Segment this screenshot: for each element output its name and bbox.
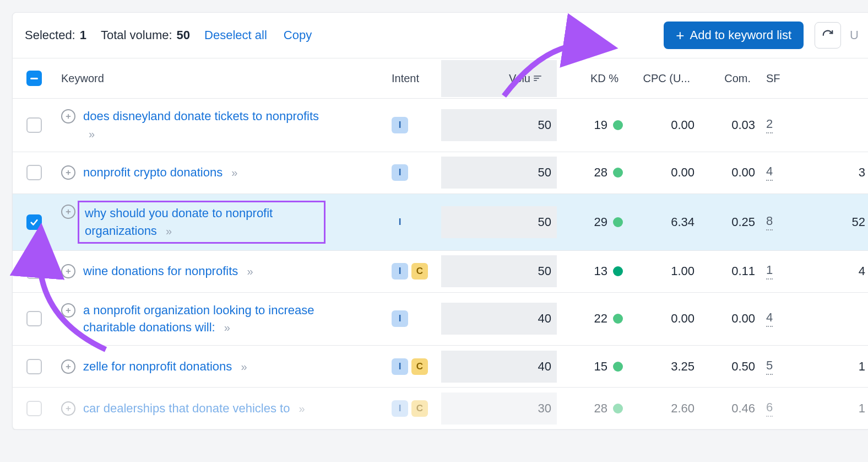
cell-sf[interactable]: 8 [766,214,773,230]
cell-cpc: 3.25 [628,351,700,383]
kd-difficulty-dot [613,120,623,130]
cell-com: 0.00 [700,303,761,335]
cell-sf[interactable]: 1 [766,263,773,280]
intent-badge: I [392,400,408,417]
cell-sf[interactable]: 6 [766,400,773,417]
cell-sf[interactable]: 4 [766,164,773,181]
cell-kd: 15 [557,351,628,383]
toolbar: Selected: 1 Total volume: 50 Deselect al… [13,13,868,58]
keyword-link[interactable]: zelle for nonprofit donations » [83,358,247,375]
keyword-link[interactable]: a nonprofit organization looking to incr… [83,302,331,337]
expand-icon[interactable] [61,359,75,374]
expand-icon[interactable] [61,165,75,180]
chevrons-icon: » [224,320,230,336]
intent-badge: C [411,263,428,280]
row-checkbox[interactable] [26,214,42,230]
refresh-button[interactable] [815,22,841,49]
cell-trailing: 4 [799,255,868,287]
cell-cpc: 0.00 [628,157,700,189]
chevrons-icon: » [299,401,305,417]
cell-com: 0.11 [700,255,761,287]
copy-link[interactable]: Copy [284,28,312,42]
keyword-link[interactable]: wine donations for nonprofits » [83,262,253,280]
deselect-all-link[interactable]: Deselect all [204,28,267,42]
intent-badge: I [392,214,408,230]
chevrons-icon: » [241,359,247,375]
kd-difficulty-dot [613,404,623,413]
column-kd[interactable]: KD % [557,60,628,97]
cell-kd: 28 [557,393,628,425]
column-volume[interactable]: Volu [441,60,557,97]
table-row: why should you donate to nonprofit organ… [13,194,868,251]
cell-kd: 29 [557,206,628,238]
cell-volume: 40 [441,303,557,335]
intent-badge: C [411,358,428,375]
row-checkbox[interactable] [26,401,42,416]
cell-volume: 40 [441,351,557,383]
expand-icon[interactable] [61,205,75,219]
keyword-link[interactable]: nonprofit crypto donations » [83,164,237,181]
row-checkbox[interactable] [26,117,42,133]
cell-trailing [799,310,868,327]
intent-badge: I [392,164,408,181]
column-keyword[interactable]: Keyword [56,60,386,97]
cell-kd: 28 [557,157,628,189]
cell-trailing: 52 [799,206,868,238]
row-checkbox[interactable] [26,359,42,374]
kd-difficulty-dot [613,217,623,227]
chevrons-icon: » [89,126,95,142]
intent-badge: I [392,310,408,327]
table-body: does disneyland donate tickets to nonpro… [13,99,868,429]
intent-badge: I [392,358,408,375]
cell-cpc: 1.00 [628,255,700,287]
table-row: does disneyland donate tickets to nonpro… [13,99,868,152]
cell-sf[interactable]: 4 [766,310,773,327]
row-checkbox[interactable] [26,311,42,326]
kd-difficulty-dot [613,362,623,372]
column-sf[interactable]: SF [761,60,799,97]
cell-kd: 19 [557,109,628,141]
row-checkbox[interactable] [26,165,42,180]
cell-sf[interactable]: 2 [766,117,773,133]
cell-com: 0.03 [700,109,761,141]
sort-desc-icon [534,76,541,81]
cell-com: 0.00 [700,157,761,189]
cell-volume: 30 [441,393,557,425]
cell-volume: 50 [441,206,557,238]
column-cpc[interactable]: CPC (U... [628,60,700,97]
expand-icon[interactable] [61,264,75,278]
add-to-keyword-list-button[interactable]: + Add to keyword list [664,22,804,49]
cell-com: 0.50 [700,351,761,383]
table-row: car dealerships that donate vehicles to … [13,388,868,429]
table-row: wine donations for nonprofits »IC50131.0… [13,251,868,293]
total-volume-value: 50 [177,28,190,42]
cell-cpc: 6.34 [628,206,700,238]
table-row: zelle for nonprofit donations »IC40153.2… [13,346,868,388]
cell-trailing: 1 [799,393,868,425]
expand-icon[interactable] [61,109,75,123]
column-intent[interactable]: Intent [386,60,441,97]
keyword-link[interactable]: does disneyland donate tickets to nonpro… [83,108,331,143]
keyword-link[interactable]: why should you donate to nonprofit organ… [78,201,326,244]
cell-trailing [799,116,868,134]
chevrons-icon: » [247,264,253,280]
plus-icon: + [676,28,684,42]
select-all-checkbox[interactable] [26,71,42,86]
cell-sf[interactable]: 5 [766,358,773,375]
column-com[interactable]: Com. [700,60,761,97]
refresh-icon [822,29,834,41]
kd-difficulty-dot [613,168,623,178]
keyword-link[interactable]: car dealerships that donate vehicles to … [83,400,305,417]
cell-volume: 50 [441,157,557,189]
expand-icon[interactable] [61,303,75,318]
cell-kd: 22 [557,303,628,335]
chevrons-icon: » [166,223,172,239]
row-checkbox[interactable] [26,264,42,279]
cell-cpc: 2.60 [628,393,700,425]
add-button-label: Add to keyword list [690,28,791,42]
cell-volume: 50 [441,255,557,287]
selected-label: Selected: [25,28,75,42]
cell-cpc: 0.00 [628,109,700,141]
table-row: a nonprofit organization looking to incr… [13,293,868,346]
expand-icon[interactable] [61,401,75,416]
